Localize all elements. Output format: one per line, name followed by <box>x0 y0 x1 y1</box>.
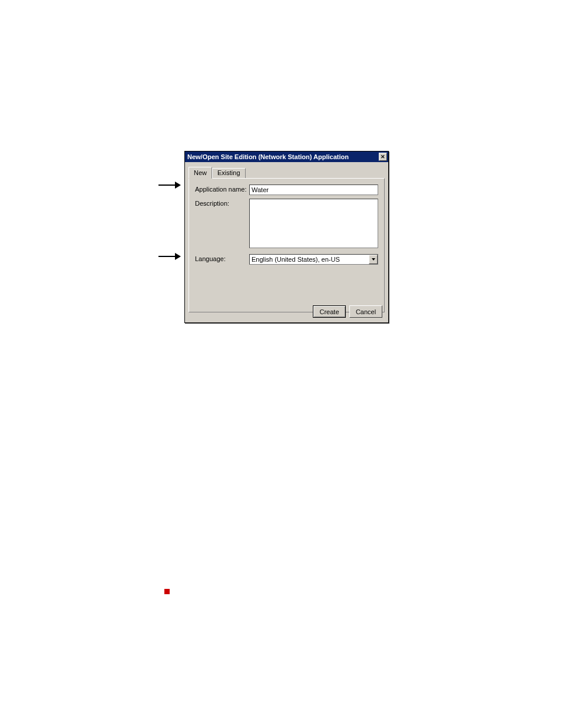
language-label: Language: <box>195 254 249 265</box>
language-select-value: English (United States), en-US <box>250 256 369 263</box>
tab-existing-label: Existing <box>217 169 240 176</box>
close-icon: ✕ <box>381 154 385 160</box>
dialog-title: New/Open Site Edition (Network Station) … <box>187 153 349 160</box>
cancel-button[interactable]: Cancel <box>349 305 382 318</box>
language-select[interactable]: English (United States), en-US <box>249 254 378 265</box>
cancel-button-label: Cancel <box>356 308 376 315</box>
tab-new[interactable]: New <box>189 167 212 179</box>
tab-panel-new: Application name: Description: Language:… <box>189 178 385 312</box>
application-name-label: Application name: <box>195 185 249 195</box>
close-button[interactable]: ✕ <box>379 153 387 161</box>
dialog-titlebar: New/Open Site Edition (Network Station) … <box>185 151 388 162</box>
new-open-application-dialog: New/Open Site Edition (Network Station) … <box>184 151 389 323</box>
pointer-arrow-icon <box>158 253 182 260</box>
create-button-label: Create <box>319 308 339 315</box>
create-button[interactable]: Create <box>313 305 346 318</box>
description-input[interactable] <box>249 199 378 248</box>
application-name-input[interactable] <box>249 185 378 195</box>
chevron-down-icon[interactable] <box>369 255 378 264</box>
pointer-arrow-icon <box>158 182 182 189</box>
tab-new-label: New <box>194 169 207 176</box>
description-label: Description: <box>195 199 249 248</box>
red-square-marker-icon <box>164 589 170 594</box>
tab-strip: New Existing <box>189 167 385 178</box>
tab-existing[interactable]: Existing <box>212 168 246 178</box>
